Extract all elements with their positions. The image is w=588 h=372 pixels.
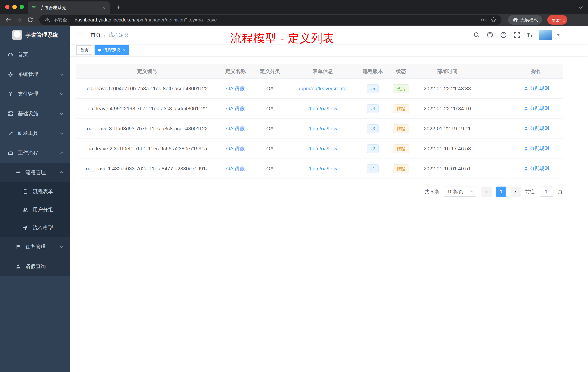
page-size-select[interactable]: 10条/页 — [444, 186, 477, 197]
tag-close-icon[interactable]: × — [123, 48, 126, 52]
prev-page-button[interactable]: ‹ — [482, 186, 492, 197]
assign-rule-link[interactable]: 分配规则 — [524, 145, 549, 152]
user-icon — [524, 146, 528, 151]
col-filler — [480, 64, 510, 79]
version-badge[interactable]: v3 — [367, 124, 378, 133]
definition-name-link[interactable]: OA 请假 — [226, 106, 245, 111]
browser-window: 芋道管理系统 × + 不安全 dashboard.yudao.iocoder.c… — [0, 0, 588, 372]
browser-tab[interactable]: 芋道管理系统 × — [28, 1, 110, 14]
users-icon — [22, 207, 28, 213]
form-link[interactable]: /bpm/oa/flow — [308, 106, 337, 111]
update-button[interactable]: 更新 — [547, 15, 567, 25]
col-actions: 操作 — [510, 64, 563, 79]
definition-name-link[interactable]: OA 请假 — [226, 146, 245, 152]
tag-process-definition[interactable]: 流程定义 × — [94, 45, 129, 55]
close-window-button[interactable] — [5, 5, 10, 9]
filler-cell — [480, 79, 510, 99]
goto-page-input[interactable] — [539, 186, 554, 197]
version-badge[interactable]: v1 — [367, 164, 378, 173]
deploy-time: 2022-01-16 01:40:51 — [415, 159, 480, 179]
form-link[interactable]: /bpm/oa/flow — [308, 166, 337, 171]
status-badge: 挂起 — [393, 104, 409, 113]
bookmark-star-icon[interactable] — [490, 16, 497, 23]
definition-id: oa_leave:5:004b710b-7b8a-11ec-8ef0-acde4… — [76, 79, 218, 99]
sidebar-item-home[interactable]: 首页 — [0, 45, 70, 65]
form-link[interactable]: /bpm/oa/flow — [308, 146, 337, 152]
chevron-down-icon — [60, 131, 63, 134]
wrench-icon — [8, 130, 13, 136]
form-link[interactable]: /bpm/oa/leave/create — [299, 86, 346, 91]
back-button[interactable] — [4, 15, 13, 25]
sidebar-item-payment[interactable]: ¥ 支付管理 — [0, 84, 70, 104]
chevron-up-icon — [60, 152, 63, 155]
version-badge[interactable]: v4 — [367, 104, 378, 113]
fullscreen-icon[interactable] — [513, 31, 521, 39]
assign-rule-link[interactable]: 分配规则 — [524, 85, 549, 92]
search-icon[interactable] — [473, 31, 480, 39]
definition-category: OA — [253, 119, 287, 139]
assign-rule-link[interactable]: 分配规则 — [524, 125, 549, 131]
list-icon — [15, 170, 21, 175]
user-icon — [524, 86, 528, 91]
sidebar-item-infrastructure[interactable]: 基础设施 — [0, 104, 70, 123]
sidebar-item-devtools[interactable]: 研发工具 — [0, 123, 70, 143]
hamburger-icon[interactable] — [75, 29, 87, 41]
sidebar-item-process-form[interactable]: 流程表单 — [0, 182, 70, 201]
page-number-button[interactable]: 1 — [496, 186, 506, 197]
assign-rule-link[interactable]: 分配规则 — [524, 165, 549, 172]
reload-button[interactable] — [25, 15, 35, 25]
col-definition-name: 定义名称 — [218, 64, 253, 79]
sidebar-item-workflow[interactable]: 工作流程 — [0, 143, 70, 163]
help-icon[interactable]: ? — [500, 31, 507, 39]
sidebar-item-system[interactable]: 系统管理 — [0, 65, 70, 84]
breadcrumb-home[interactable]: 首页 — [91, 32, 101, 38]
fullscreen-window-button[interactable] — [20, 5, 24, 9]
version-badge[interactable]: v2 — [367, 144, 378, 153]
goto-unit: 页 — [558, 188, 563, 195]
avatar[interactable] — [539, 30, 552, 40]
kebab-menu-icon — [563, 17, 565, 22]
password-key-icon[interactable] — [480, 16, 487, 23]
sidebar-item-process-management[interactable]: 流程管理 — [0, 163, 70, 182]
flag-icon — [15, 244, 21, 250]
url-domain: dashboard.yudao.iocoder.cn — [75, 17, 134, 22]
pagination-total: 共 5 条 — [425, 188, 439, 195]
dashboard-icon — [8, 52, 13, 57]
navbar-actions: ? TT — [473, 30, 560, 40]
status-badge: 挂起 — [393, 124, 409, 133]
assign-rule-link[interactable]: 分配规则 — [524, 105, 549, 111]
sidebar-item-leave-query[interactable]: 请假查询 — [0, 257, 70, 276]
sidebar-item-task-management[interactable]: 任务管理 — [0, 237, 70, 257]
definition-table: 定义编号 定义名称 定义分类 表单信息 流程版本 状态 部署时间 操作 — [76, 64, 563, 179]
deploy-time: 2022-01-16 17:46:53 — [415, 139, 480, 159]
annotation-title: 流程模型 - 定义列表 — [230, 31, 334, 46]
security-label: 不安全 — [53, 17, 67, 23]
version-badge[interactable]: v5 — [367, 84, 378, 93]
sidebar-item-process-model[interactable]: 流程模型 — [0, 219, 70, 237]
definition-name-link[interactable]: OA 请假 — [226, 86, 245, 91]
col-form-info: 表单信息 — [287, 64, 358, 79]
new-tab-button[interactable]: + — [114, 3, 123, 12]
tab-close-icon[interactable]: × — [101, 5, 106, 10]
tab-search-chevron-icon[interactable] — [578, 4, 583, 10]
form-link[interactable]: /bpm/oa/flow — [308, 126, 337, 131]
user-icon — [524, 166, 528, 171]
definition-name-link[interactable]: OA 请假 — [226, 126, 245, 131]
github-icon[interactable] — [486, 31, 494, 39]
sidebar-item-user-group[interactable]: 用户分组 — [0, 201, 70, 219]
minimize-window-button[interactable] — [12, 5, 17, 9]
table-row: oa_leave:4:991f2193-7b7f-11ec-a3c8-acde4… — [76, 99, 563, 119]
forward-button[interactable] — [15, 15, 24, 25]
definition-category: OA — [253, 79, 287, 99]
address-bar[interactable]: 不安全 dashboard.yudao.iocoder.cn/bpm/manag… — [39, 15, 502, 25]
tag-home[interactable]: 首页 — [76, 45, 92, 55]
url-text[interactable]: dashboard.yudao.iocoder.cn/bpm/manager/d… — [75, 17, 477, 23]
font-size-icon[interactable]: TT — [527, 32, 533, 38]
avatar-caret-icon[interactable] — [556, 34, 560, 36]
definition-name-link[interactable]: OA 请假 — [226, 166, 245, 171]
next-page-button[interactable]: › — [511, 186, 521, 197]
status-badge: 挂起 — [393, 144, 409, 153]
app-logo[interactable]: 芋道管理系统 — [0, 26, 70, 44]
security-warning-icon[interactable] — [44, 16, 51, 23]
table-row: oa_leave:3:1fad3d93-7b75-11ec-a3c8-acde4… — [76, 119, 563, 139]
